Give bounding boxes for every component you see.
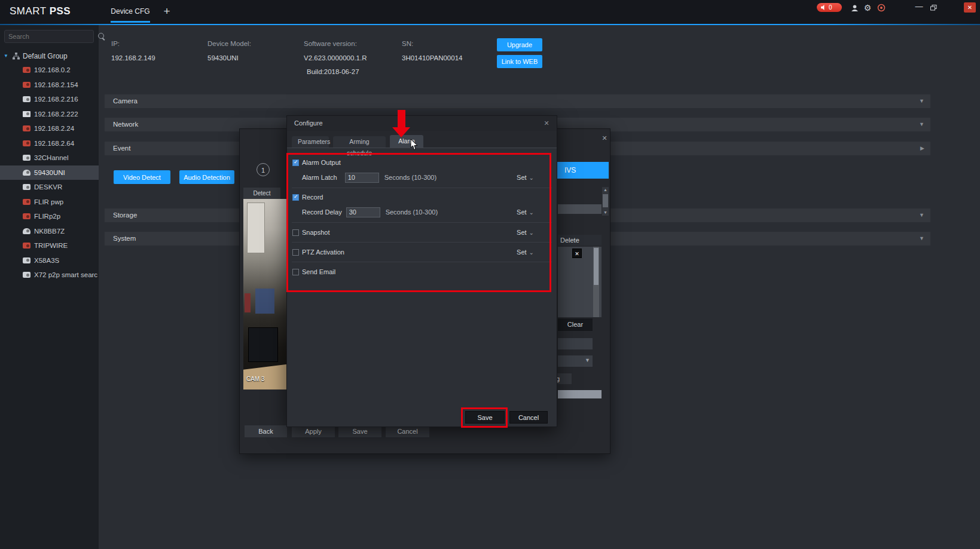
divider [292,242,552,243]
snapshot-set-dropdown[interactable]: Set ⌄ [517,229,534,236]
scroll-up-icon[interactable]: ▲ [602,187,609,193]
titlebar-accent-line [0,24,980,25]
tab-arming-schedule[interactable]: Arming schedule [333,136,386,148]
device-label: X72 p2p smart searc [34,271,97,278]
device-label: 192.168.2.24 [34,125,74,132]
device-label: 32CHannel [34,154,69,161]
input-fragment[interactable] [558,338,593,349]
user-icon[interactable] [850,3,859,13]
clear-button[interactable]: Clear [558,318,593,331]
apply-button[interactable]: Apply [292,425,335,437]
annotation-arrow [398,110,405,128]
sidebar-item-device-selected[interactable]: 59430UNI [0,165,99,180]
sidebar-item-device[interactable]: NK8BB7Z [0,224,99,239]
divider [292,188,552,188]
device-label: NK8BB7Z [34,228,65,235]
tab-detect-region[interactable]: Detect Region [243,188,280,199]
model-value: 59430UNI [207,54,239,62]
save-button[interactable]: Save [465,411,505,424]
alarm-output-set-dropdown[interactable]: Set ⌄ [517,174,534,181]
sidebar-item-device[interactable]: 192.168.2.216 [0,92,99,107]
network-status-icon[interactable] [877,3,886,13]
nvr-device-icon [23,184,30,190]
restore-icon [930,5,937,11]
link-to-web-button[interactable]: Link to WEB [497,55,542,68]
chevron-down-icon[interactable]: ▼ [919,232,924,246]
add-tab-button[interactable]: + [160,5,173,18]
chevron-down-icon[interactable]: ▼ [919,208,924,222]
save-button-detect[interactable]: Save [338,425,381,437]
chevron-down-icon[interactable]: ▼ [919,94,924,108]
tab-parameters[interactable]: Parameters [292,136,329,148]
tree-group-default[interactable]: ▼ Default Group [0,49,99,63]
snapshot-row: Snapshot Set ⌄ [292,227,552,238]
restore-button[interactable] [928,4,939,12]
tab-label: Device CFG [111,7,149,16]
cancel-button-detect[interactable]: Cancel [386,425,429,437]
camera-device-icon [23,199,30,205]
back-button[interactable]: Back [245,425,287,437]
snapshot-label: Snapshot [302,229,329,236]
sidebar-item-device[interactable]: TRIPWIRE [0,238,99,253]
sidebar-item-device[interactable]: 192.168.2.24 [0,121,99,136]
upgrade-button[interactable]: Upgrade [497,38,542,51]
chevron-down-icon: ⌄ [529,249,534,256]
sidebar-item-device[interactable]: 192.168.2.222 [0,107,99,122]
list-scrollbar[interactable] [593,247,599,317]
sidebar-item-device[interactable]: DESKVR [0,180,99,195]
remove-item-icon[interactable]: ✕ [572,249,582,258]
close-button[interactable]: ✕ [964,2,976,13]
alarm-badge[interactable]: 0 [817,3,842,12]
scrollbar-thumb[interactable] [603,194,608,207]
alarm-latch-row: Alarm Latch Seconds (10-300) Set ⌄ [292,172,552,183]
record-delay-row: Record Delay Seconds (10-300) Set ⌄ [292,207,552,217]
chevron-down-icon: ⌄ [529,209,534,216]
chevron-down-icon[interactable]: ▼ [919,118,924,131]
dropdown-fragment[interactable]: ▼ [558,355,593,367]
send-email-checkbox[interactable] [292,269,299,275]
sidebar-item-device[interactable]: X72 p2p smart searc [0,268,99,283]
ptz-checkbox[interactable] [292,249,299,256]
tab-device-cfg[interactable]: Device CFG [106,0,154,24]
record-delay-hint: Seconds (10-300) [386,208,438,216]
camera-device-icon [23,82,30,88]
slider-fragment[interactable] [558,390,602,398]
record-delay-input[interactable] [346,207,380,217]
alarm-latch-input[interactable] [345,173,379,183]
sidebar-item-device[interactable]: 192.168.0.2 [0,63,99,78]
close-icon[interactable]: ✕ [600,134,609,142]
preview-door [247,203,265,253]
group-icon [13,53,20,60]
ptz-set-dropdown[interactable]: Set ⌄ [517,249,534,256]
search-input[interactable] [5,33,97,40]
scroll-down-icon[interactable]: ▼ [602,210,609,216]
record-set-dropdown[interactable]: Set ⌄ [517,208,534,216]
video-detect-button[interactable]: Video Detect [114,170,170,184]
audio-detection-button[interactable]: Audio Detection [179,170,234,184]
alarm-output-checkbox[interactable] [292,160,299,166]
sidebar-item-device[interactable]: FLIR pwp [0,195,99,210]
sidebar-item-device[interactable]: 192.168.2.64 [0,136,99,151]
record-checkbox[interactable] [292,194,299,201]
search-box[interactable] [4,30,94,43]
sidebar-item-device[interactable]: 192.168.2.154 [0,78,99,93]
close-icon[interactable]: ✕ [542,119,551,127]
alarm-latch-label: Alarm Latch [302,174,337,181]
gear-icon[interactable]: ⚙ [863,3,872,13]
sidebar-item-device[interactable]: X58A3S [0,253,99,268]
minimize-button[interactable]: — [914,4,924,12]
chevron-right-icon[interactable]: ▶ [920,142,924,155]
dome-camera-icon [23,228,30,234]
camera-device-icon [23,125,30,131]
tree-expand-icon[interactable]: ▼ [4,53,10,59]
cancel-button[interactable]: Cancel [509,411,548,424]
sidebar-item-device[interactable]: FLIRp2p [0,209,99,224]
camera-preview[interactable]: CAM 3 [243,199,287,389]
scrollbar[interactable]: ▲ ▼ [602,187,609,216]
sidebar-item-device[interactable]: 32CHannel [0,151,99,165]
delete-label[interactable]: Delete [558,235,602,246]
snapshot-checkbox[interactable] [292,229,299,236]
scrollbar-thumb[interactable] [594,248,599,285]
device-label: 59430UNI [34,169,65,176]
section-camera[interactable]: Camera ▼ [105,94,930,108]
